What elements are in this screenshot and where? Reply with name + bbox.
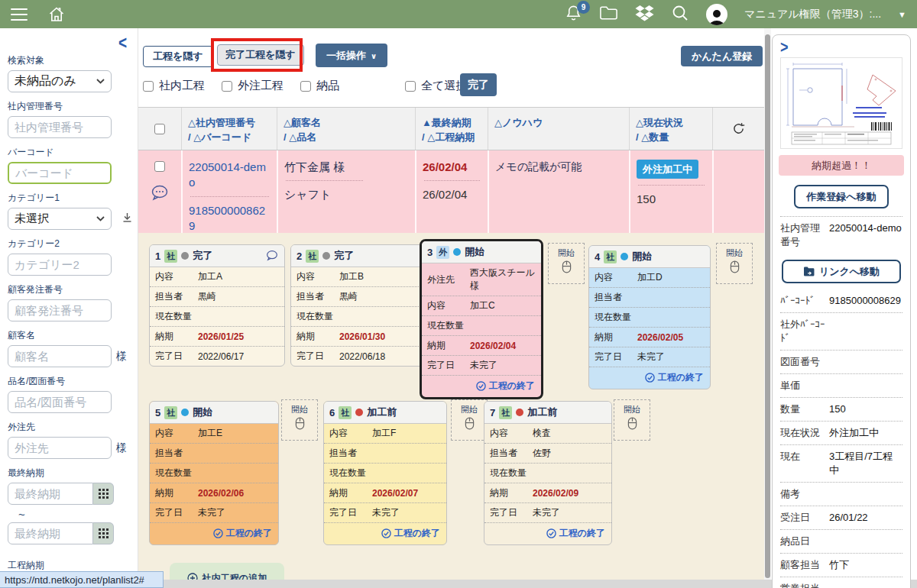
finish-process-link[interactable]: 工程の終了 bbox=[422, 376, 541, 397]
internal-no-input[interactable] bbox=[8, 116, 112, 138]
plan-table: △社内管理番号/ △バーコード △顧客名/ △品名 ▲最終納期/ △工程納期 △… bbox=[138, 107, 764, 234]
easy-register-button[interactable]: かんたん登録 bbox=[681, 46, 763, 66]
calendar-icon[interactable] bbox=[93, 522, 114, 544]
header-customer[interactable]: △顧客名/ △品名 bbox=[277, 108, 415, 150]
customer-order-no-input[interactable] bbox=[8, 299, 112, 321]
bulk-action-button[interactable]: 一括操作∨ bbox=[316, 44, 387, 67]
search-target-select[interactable]: 未納品のみ bbox=[8, 70, 112, 92]
detail-value: 9185000008629 bbox=[829, 294, 901, 308]
header-status[interactable]: △現在状況/ △数量 bbox=[629, 108, 712, 150]
detail-label: 図面番号 bbox=[780, 355, 829, 369]
process-card-6[interactable]: 6社加工前内容加工F担当者現在数量納期2026/02/07完了日未完了工程の終了 bbox=[323, 401, 447, 545]
row-checkbox[interactable] bbox=[154, 161, 165, 172]
notifications-bell-icon[interactable]: 9 bbox=[565, 4, 582, 24]
card-field-label: 内容 bbox=[329, 427, 372, 440]
user-menu-caret-icon[interactable]: ▼ bbox=[898, 10, 906, 19]
detail-label: 現在 bbox=[780, 450, 829, 477]
comment-bubble-icon[interactable] bbox=[150, 184, 170, 205]
card-field-row: 現在数量 bbox=[150, 307, 284, 327]
checkbox-delivery[interactable] bbox=[300, 81, 311, 92]
scrollbar-thumb[interactable] bbox=[765, 34, 770, 578]
card-field-label: 現在数量 bbox=[155, 310, 198, 323]
header-internal-no[interactable]: △社内管理番号/ △バーコード bbox=[181, 108, 277, 150]
goto-work-register-button[interactable]: 作業登録へ移動 bbox=[794, 185, 888, 208]
card-field-label: 納期 bbox=[490, 486, 533, 499]
detail-value: 竹下 bbox=[829, 558, 849, 572]
home-icon[interactable] bbox=[47, 5, 66, 24]
detail-value: 150 bbox=[829, 402, 846, 416]
product-no-label: 品名/図面番号 bbox=[8, 375, 138, 388]
finish-process-link[interactable]: 工程の終了 bbox=[589, 367, 710, 389]
card-field-value: 2026/02/06 bbox=[198, 488, 244, 499]
panel-expand-icon[interactable]: > bbox=[780, 38, 789, 57]
card-field-row: 完了日未完了 bbox=[422, 356, 541, 376]
start-drop-zone[interactable]: 開始 bbox=[451, 399, 488, 441]
finish-process-link[interactable]: 工程の終了 bbox=[484, 523, 611, 544]
hide-process-button[interactable]: 工程を隠す bbox=[143, 46, 213, 67]
search-icon[interactable] bbox=[671, 4, 689, 24]
calendar-icon[interactable] bbox=[93, 483, 114, 505]
header-checkbox[interactable] bbox=[154, 124, 165, 134]
detail-label: 社内管理番号 bbox=[780, 221, 829, 249]
memo-text: メモの記載が可能 bbox=[495, 160, 623, 174]
vertical-scrollbar[interactable] bbox=[764, 28, 771, 588]
process-card-7[interactable]: 7社加工前内容検査担当者佐野現在数量納期2026/02/09完了日未完了工程の終… bbox=[484, 401, 612, 545]
category2-input[interactable] bbox=[8, 254, 112, 276]
customer-name: 竹下金属 様 bbox=[284, 160, 409, 174]
status-dot-icon bbox=[516, 409, 523, 416]
finish-process-link[interactable]: 工程の終了 bbox=[150, 523, 278, 544]
checkbox-outsourced-process[interactable] bbox=[222, 81, 232, 92]
process-card-3[interactable]: 3外開始外注先西大阪スチール様内容加工C現在数量納期2026/02/04完了日未… bbox=[420, 239, 543, 399]
status-dot-icon bbox=[453, 248, 461, 256]
process-card-4[interactable]: 4社開始内容加工D担当者現在数量納期2026/02/05完了日未完了工程の終了 bbox=[588, 245, 711, 389]
folder-icon[interactable] bbox=[599, 5, 618, 24]
avatar[interactable] bbox=[706, 4, 727, 25]
category1-select[interactable]: 未選択 bbox=[8, 208, 112, 230]
detail-row: ﾊﾞｰｺｰﾄﾞ9185000008629 bbox=[780, 289, 902, 312]
process-status: 開始 bbox=[465, 245, 484, 259]
barcode-input[interactable] bbox=[8, 162, 112, 184]
detail-label: 納品日 bbox=[780, 535, 829, 548]
start-drop-zone[interactable]: 開始 bbox=[716, 243, 753, 284]
card-field-value: 黒崎 bbox=[198, 290, 216, 303]
table-row[interactable]: 22050014-demo 9185000008629 竹下金属 様 シャフト … bbox=[138, 150, 764, 234]
category1-label: カテゴリー1 bbox=[8, 192, 138, 205]
check-circle-icon bbox=[381, 528, 391, 538]
complete-button[interactable]: 完了 bbox=[460, 73, 497, 96]
final-due-to-input[interactable] bbox=[8, 522, 93, 544]
notification-count-badge: 9 bbox=[577, 1, 590, 14]
drawing-thumbnail[interactable] bbox=[780, 57, 902, 149]
hide-completed-button[interactable]: 完了工程を隠す bbox=[217, 44, 304, 66]
comment-bubble-icon[interactable] bbox=[265, 250, 279, 262]
refresh-icon[interactable] bbox=[712, 108, 764, 150]
header-knowhow[interactable]: △ノウハウ bbox=[488, 108, 629, 150]
checkbox-select-all[interactable] bbox=[405, 81, 416, 92]
process-card-2[interactable]: 2社完了内容加工B担当者黒崎現在数量納期2026/01/30完了日2022/06… bbox=[290, 244, 424, 367]
top-bar: 9 マニュアル権限（管理3）:... ▼ bbox=[0, 0, 917, 28]
start-drop-zone[interactable]: 開始 bbox=[281, 399, 318, 441]
outsourcer-input[interactable] bbox=[8, 437, 112, 459]
process-card-5[interactable]: 5社開始内容加工E担当者現在数量納期2026/02/06完了日未完了工程の終了 bbox=[149, 401, 279, 545]
process-card-header: 6社加工前 bbox=[324, 402, 446, 424]
internal-no-link[interactable]: 22050014-demo bbox=[189, 160, 271, 190]
detail-row: 社外ﾊﾞｰｺｰﾄﾞ bbox=[780, 312, 902, 350]
start-drop-zone[interactable]: 開始 bbox=[548, 243, 585, 284]
card-field-row: 納期2026/02/05 bbox=[589, 328, 710, 347]
menu-icon[interactable] bbox=[11, 8, 28, 21]
product-no-input[interactable] bbox=[8, 391, 112, 413]
category-expand-icon[interactable] bbox=[122, 212, 132, 225]
header-due[interactable]: ▲最終納期/ △工程納期 bbox=[415, 108, 488, 150]
customer-name-input[interactable] bbox=[8, 345, 112, 367]
start-drop-zone[interactable]: 開始 bbox=[614, 399, 650, 441]
sidebar-collapse-icon[interactable]: < bbox=[118, 32, 127, 54]
dropbox-icon[interactable] bbox=[635, 4, 654, 24]
final-due-from-input[interactable] bbox=[8, 483, 93, 505]
goto-link-button[interactable]: リンクへ移動 bbox=[782, 260, 901, 283]
card-field-row: 内容加工B bbox=[291, 267, 423, 287]
customer-order-no-label: 顧客発注番号 bbox=[8, 283, 138, 296]
checkbox-internal-process[interactable] bbox=[143, 81, 154, 92]
card-field-value: 検査 bbox=[533, 427, 551, 440]
process-card-1[interactable]: 1社完了内容加工A担当者黒崎現在数量納期2026/01/25完了日2022/06… bbox=[149, 244, 285, 367]
finish-process-link[interactable]: 工程の終了 bbox=[324, 523, 446, 544]
barcode-link[interactable]: 9185000008629 bbox=[189, 203, 271, 234]
